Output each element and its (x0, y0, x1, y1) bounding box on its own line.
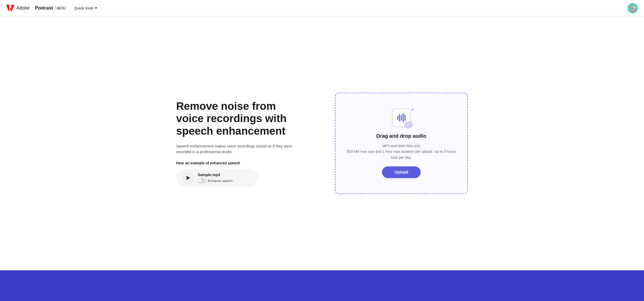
plus-icon: + (411, 106, 414, 113)
toggle-label: Enhance speech (208, 179, 233, 183)
example-label: Hear an example of enhanced speech (176, 161, 304, 165)
right-section: + Drag and drop audio MP3 and WAV files … (335, 93, 468, 194)
chevron-down-icon (95, 7, 97, 9)
quick-tools-button[interactable]: Quick tools (71, 4, 100, 12)
adobe-logo-icon (6, 4, 14, 12)
avatar[interactable] (628, 3, 638, 13)
toggle-switch[interactable] (198, 178, 206, 183)
main-content: Remove noise from voice recordings with … (0, 16, 644, 270)
waveform-bars (397, 113, 406, 122)
audio-info: Sample.mp3 Enhance speech (198, 173, 233, 183)
enhance-toggle: Enhance speech (198, 178, 233, 183)
purple-blob (404, 121, 413, 128)
upload-icon-container: + (392, 109, 411, 127)
main-title: Remove noise from voice recordings with … (176, 100, 304, 137)
play-button[interactable] (182, 172, 194, 184)
beta-badge: BETA (55, 6, 67, 10)
waveform-bar (399, 114, 400, 122)
waveform-bar (401, 115, 402, 121)
left-section: Remove noise from voice recordings with … (176, 100, 304, 187)
waveform-bar (405, 115, 406, 121)
waveform-bar (403, 113, 404, 122)
toggle-knob (198, 179, 202, 182)
file-info: MP3 and WAV files only 500 MB max size a… (346, 143, 457, 160)
subtitle: Speech enhancement makes voice recording… (176, 143, 304, 155)
header: Adobe Podcast BETA Quick tools (0, 0, 644, 16)
footer (0, 270, 644, 301)
svg-point-7 (634, 7, 635, 7)
audio-player: Sample.mp3 Enhance speech (176, 169, 258, 187)
audio-file-icon (392, 109, 411, 127)
drop-zone[interactable]: + Drag and drop audio MP3 and WAV files … (335, 93, 468, 194)
play-icon (187, 176, 190, 180)
adobe-logo: Adobe Podcast BETA (6, 4, 67, 12)
brand-name: Adobe Podcast BETA (16, 5, 67, 11)
upload-button[interactable]: Upload (382, 166, 420, 178)
waveform-bar (397, 115, 398, 120)
drop-title: Drag and drop audio (376, 133, 427, 139)
svg-point-6 (631, 7, 632, 7)
file-name: Sample.mp3 (198, 173, 233, 177)
header-left: Adobe Podcast BETA Quick tools (6, 4, 100, 12)
